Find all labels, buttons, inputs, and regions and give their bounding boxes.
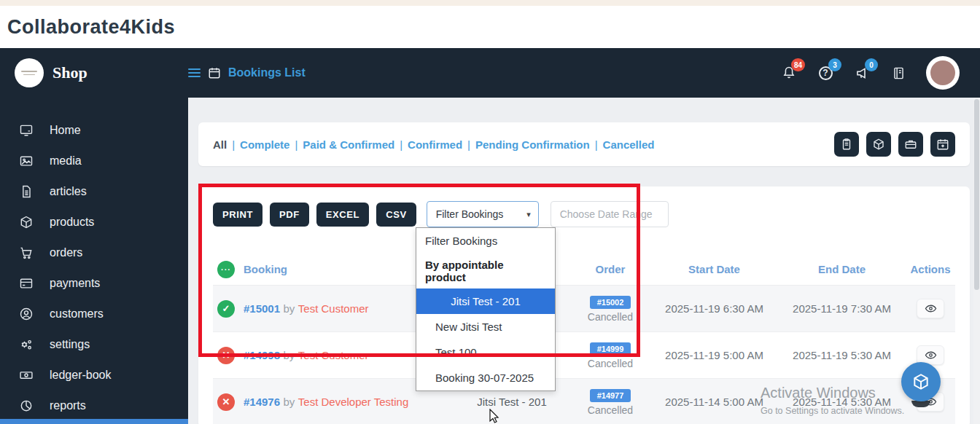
sidebar-item-customers[interactable]: customers [0, 299, 188, 329]
date-range-input[interactable] [551, 201, 669, 227]
scrollbar-thumb[interactable] [974, 99, 979, 290]
shop-logo[interactable] [15, 58, 44, 87]
reports-icon [19, 399, 34, 413]
excel-button[interactable]: EXCEL [316, 203, 369, 227]
table-row: ✕ #14998 by Test Customer Jitsi Test - 2… [213, 332, 955, 379]
tab-paid-confirmed[interactable]: Paid & Confirmed [303, 138, 394, 151]
bookings-list-button[interactable] [834, 132, 859, 157]
products-icon [19, 215, 34, 229]
dropdown-group-label: By appointable product [416, 254, 555, 288]
end-date-header[interactable]: End Date [778, 263, 906, 275]
nav-right: 84 ? 3 0 [780, 56, 980, 90]
sidebar-item-payments[interactable]: payments [0, 268, 188, 299]
table-toolbar: PRINT PDF EXCEL CSV Filter Bookings ▾ [213, 201, 955, 227]
status-tabs: All | Complete | Paid & Confirmed | Conf… [213, 138, 654, 151]
order-status: Cancelled [570, 311, 650, 323]
settings-icon [19, 337, 34, 352]
brand-title: Collaborate4Kids [7, 16, 175, 39]
tab-complete[interactable]: Complete [240, 138, 289, 151]
view-booking-button[interactable] [917, 299, 944, 318]
sidebar-item-orders[interactable]: orders [0, 237, 188, 268]
booking-id-link[interactable]: #14998 [244, 349, 280, 361]
vertical-scrollbar[interactable] [973, 98, 980, 424]
actions-header: Actions [906, 263, 955, 275]
add-booking-button[interactable] [930, 132, 955, 157]
customer-link[interactable]: Test Developer Testing [298, 396, 408, 408]
tab-all[interactable]: All [213, 138, 227, 151]
customer-link[interactable]: Test Customer [298, 349, 369, 361]
end-date-cell: 2025-11-19 7:30 AM [778, 302, 906, 315]
sidebar-item-reports[interactable]: reports [0, 390, 188, 421]
dropdown-option-jitsi-test-201[interactable]: Jitsi Test - 201 [416, 288, 555, 314]
table-header-row: ··· Booking Order Start Date End Date Ac… [213, 254, 955, 286]
booking-header[interactable]: Booking [244, 263, 287, 275]
clipboard-icon [840, 138, 853, 151]
announcements-badge: 0 [865, 58, 878, 71]
services-button[interactable] [898, 132, 923, 157]
shop-label: Shop [52, 63, 88, 82]
table-row: ✓ #15001 by Test Customer Jitsi Test - 2… [213, 286, 955, 332]
pdf-button[interactable]: PDF [270, 203, 309, 227]
brand-bar: Collaborate4Kids [0, 6, 980, 48]
help-badge: 3 [828, 58, 841, 71]
sidebar-item-products[interactable]: products [0, 207, 188, 237]
order-id-badge[interactable]: #15002 [590, 296, 631, 309]
tab-confirmed[interactable]: Confirmed [408, 138, 462, 151]
top-navbar: Shop Bookings List 84 ? 3 0 [0, 48, 980, 98]
dropdown-option-new-jitsi-test[interactable]: New Jitsi Test [416, 314, 555, 339]
bell-icon[interactable]: 84 [780, 64, 798, 82]
box-icon [872, 138, 885, 151]
help-icon[interactable]: ? 3 [817, 64, 834, 82]
calendar-plus-icon [936, 138, 949, 151]
bulk-select-icon[interactable]: ··· [217, 261, 235, 278]
dropdown-option-test-100[interactable]: Test 100 [416, 339, 555, 365]
window-top-strip [0, 0, 980, 6]
sidebar-item-settings[interactable]: settings [0, 329, 188, 360]
articles-icon [19, 184, 34, 199]
sidebar-item-articles[interactable]: articles [0, 176, 188, 207]
menu-toggle-icon[interactable] [188, 68, 201, 77]
end-date-cell: 2025-11-19 5:30 AM [778, 349, 906, 361]
floating-products-button[interactable] [901, 362, 941, 401]
sidebar-item-home[interactable]: Home [0, 115, 188, 146]
nav-left: Shop [0, 58, 188, 87]
breadcrumb: Bookings List [188, 66, 306, 79]
home-icon [19, 123, 34, 138]
payments-icon [19, 276, 34, 291]
booking-id-link[interactable]: #15001 [244, 302, 280, 315]
announcements-icon[interactable]: 0 [853, 64, 871, 82]
order-id-badge[interactable]: #14999 [590, 342, 631, 356]
status-complete-icon: ✓ [217, 300, 235, 318]
order-header[interactable]: Order [570, 263, 650, 275]
avatar[interactable] [926, 56, 960, 90]
products-button[interactable] [866, 132, 891, 157]
end-date-cell: 2025-11-14 5:30 AM [778, 396, 906, 408]
sidebar-item-media[interactable]: media [0, 146, 188, 176]
cube-icon [911, 372, 930, 391]
order-id-badge[interactable]: #14977 [590, 389, 631, 402]
calendar-icon [208, 66, 221, 79]
tab-pending-confirmation[interactable]: Pending Confirmation [475, 138, 590, 151]
briefcase-icon [904, 138, 917, 151]
start-date-cell: 2025-11-19 5:00 AM [650, 349, 778, 361]
start-date-cell: 2025-11-19 6:30 AM [650, 302, 778, 315]
dropdown-option-default[interactable]: Filter Bookings [416, 228, 555, 254]
order-status: Cancelled [570, 358, 650, 369]
status-tabs-card: All | Complete | Paid & Confirmed | Conf… [198, 122, 970, 166]
sidebar: Home media articles products orders paym… [0, 98, 188, 424]
filter-bookings-select[interactable]: Filter Bookings ▾ [427, 201, 539, 227]
breadcrumb-title[interactable]: Bookings List [228, 66, 306, 79]
tab-cancelled[interactable]: Cancelled [603, 138, 655, 151]
print-button[interactable]: PRINT [213, 203, 262, 227]
sidebar-item-ledger-book[interactable]: ledger-book [0, 360, 188, 390]
start-date-header[interactable]: Start Date [650, 263, 778, 275]
status-cancelled-icon: ✕ [217, 393, 235, 411]
csv-button[interactable]: CSV [376, 203, 416, 227]
orders-icon [19, 246, 34, 260]
dropdown-option-booking-30-07-2025[interactable]: Booking 30-07-2025 [416, 365, 555, 390]
customer-link[interactable]: Test Customer [298, 302, 369, 315]
docs-icon[interactable] [890, 64, 907, 82]
status-cancelled-icon: ✕ [217, 347, 235, 364]
booking-id-link[interactable]: #14976 [244, 396, 280, 408]
order-status: Cancelled [570, 404, 650, 416]
